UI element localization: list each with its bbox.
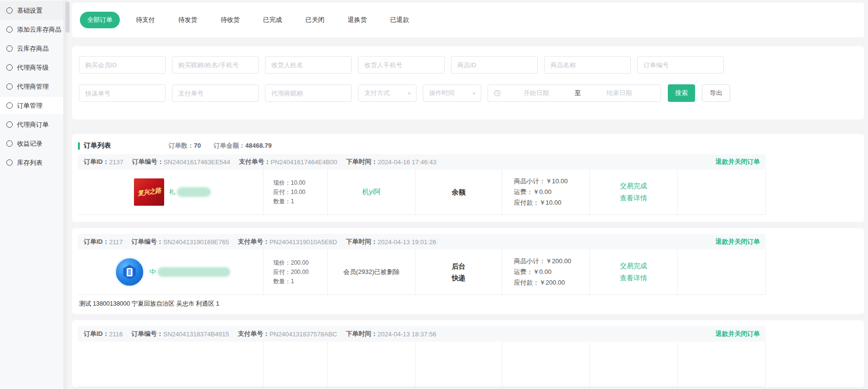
- pay-sn-label: 支付单号：: [238, 237, 269, 246]
- pay-no-input[interactable]: [172, 84, 259, 102]
- sidebar-item-agent-manage[interactable]: 代理商管理: [0, 77, 63, 96]
- sidebar-item-label: 代理商等级: [17, 63, 49, 72]
- sidebar-item-label: 库存列表: [17, 158, 42, 167]
- amount-cell: 商品小计：￥200.00 运费：￥0.00 应付款：￥200.00: [502, 250, 589, 294]
- pay-method: 余额: [452, 186, 466, 198]
- quantity: 数量：1: [273, 197, 327, 206]
- sidebar-item-basic-settings[interactable]: 基础设置: [0, 1, 63, 20]
- refund-close-order-link[interactable]: 退款并关闭订单: [716, 237, 760, 246]
- order-sn-value: SN24041318374B4915: [163, 331, 229, 338]
- amount-cell: 商品小计：￥10.00 运费：￥0.00 应付款：￥10.00: [502, 170, 589, 214]
- refund-close-order-link[interactable]: 退款并关闭订单: [716, 157, 760, 166]
- end-date-placeholder[interactable]: 结束日期: [584, 89, 655, 97]
- order-row: 中 现价：200.00 应付：200.00 数量：1 会员(2932)已被删除 …: [78, 250, 766, 295]
- member-id-input[interactable]: [79, 56, 166, 74]
- op-time-select[interactable]: 操作时间 ∨: [423, 84, 481, 102]
- date-range-separator: 至: [572, 89, 584, 97]
- product-name-input[interactable]: [544, 56, 631, 74]
- sidebar-item-label: 添加云库存商品: [17, 25, 61, 34]
- current-price: 现价：10.00: [273, 178, 327, 188]
- search-button[interactable]: 搜索: [668, 84, 695, 102]
- filter-row-1: [79, 56, 857, 74]
- sidebar-item-agent-level[interactable]: 代理商等级: [0, 58, 63, 77]
- price-cell: 现价：10.00 应付：10.00 数量：1: [263, 170, 327, 214]
- sidebar-item-label: 收益记录: [17, 139, 42, 148]
- tab-pending-receipt[interactable]: 待收货: [221, 16, 240, 24]
- filter-row-2: 支付方式 ∨ 操作时间 ∨ 开始日期 至 结束日期 搜索 导出: [79, 84, 857, 102]
- subtotal: 商品小计：￥200.00: [514, 256, 589, 267]
- pay-method-select[interactable]: 支付方式 ∨: [358, 84, 416, 102]
- radio-circle-icon: [6, 64, 13, 71]
- order-footer: [78, 215, 858, 222]
- payable: 应付款：￥200.00: [514, 277, 589, 288]
- order-time-label: 下单时间：: [346, 157, 377, 166]
- sidebar-item-cloud-products[interactable]: 云库存商品: [0, 39, 63, 58]
- tab-all-orders[interactable]: 全部订单: [80, 12, 120, 28]
- sidebar-item-add-cloud-product[interactable]: 添加云库存商品: [0, 20, 63, 39]
- buyer-cell: [327, 342, 415, 387]
- order-meta-bar: 订单ID： 2116 订单编号： SN24041318374B4915 支付单号…: [78, 326, 766, 342]
- radio-circle-icon: [6, 140, 13, 147]
- order-time-value: 2024-04-16 17:46:43: [377, 158, 436, 166]
- clock-icon: [494, 90, 501, 97]
- start-date-placeholder[interactable]: 开始日期: [501, 89, 572, 97]
- order-id-label: 订单ID：: [84, 237, 109, 246]
- pay-sn-value: PN24041319010A5E6D: [269, 238, 337, 246]
- building-glyph: [121, 264, 138, 280]
- pay-method-cell: 后台 快递: [415, 250, 502, 294]
- sidebar-item-order-manage[interactable]: 订单管理: [0, 96, 63, 115]
- view-detail-link[interactable]: 查看详情: [620, 272, 647, 284]
- product-cell: [78, 342, 263, 387]
- export-button[interactable]: 导出: [702, 84, 730, 102]
- sidebar-scrollbar[interactable]: [63, 0, 72, 389]
- current-price: 现价：200.00: [273, 258, 327, 268]
- sidebar-item-stock-list[interactable]: 库存列表: [0, 153, 63, 172]
- order-id-label: 订单ID：: [84, 330, 109, 338]
- receiver-name-input[interactable]: [265, 56, 352, 74]
- tab-completed[interactable]: 已完成: [263, 16, 282, 24]
- tab-pending-payment[interactable]: 待支付: [136, 16, 155, 24]
- scrollbar-thumb[interactable]: [65, 1, 70, 33]
- product-name: 中: [150, 267, 230, 277]
- product-name: 礼: [169, 187, 211, 197]
- product-id-input[interactable]: [451, 56, 538, 74]
- due-price: 应付：10.00: [273, 188, 327, 197]
- pay-sn-value: PN24041617464E4B00: [271, 158, 338, 166]
- date-range-picker[interactable]: 开始日期 至 结束日期: [488, 84, 661, 102]
- buyer-info-input[interactable]: [172, 56, 259, 74]
- receiver-phone-input[interactable]: [358, 56, 445, 74]
- tab-refunded[interactable]: 已退款: [390, 16, 409, 24]
- agent-nick-input[interactable]: [265, 84, 352, 102]
- sidebar-item-earnings[interactable]: 收益记录: [0, 134, 63, 153]
- order-no-input[interactable]: [637, 56, 724, 74]
- main-content: 全部订单 待支付 待发货 待收货 已完成 已关闭 退换货 已退款: [72, 0, 868, 389]
- order-sn-value: SN24041617463EE544: [164, 158, 230, 166]
- due-price: 应付：200.00: [273, 268, 327, 277]
- product-image-text: 复兴之路: [137, 186, 161, 198]
- action-cell: 交易完成 查看详情: [589, 250, 677, 294]
- view-detail-link[interactable]: 查看详情: [620, 192, 647, 204]
- refund-close-order-link[interactable]: 退款并关闭订单: [716, 330, 760, 338]
- sidebar-item-agent-orders[interactable]: 代理商订单: [0, 115, 63, 134]
- order-time-label: 下单时间：: [346, 330, 377, 338]
- radio-circle-icon: [6, 102, 13, 109]
- search-filter-panel: 支付方式 ∨ 操作时间 ∨ 开始日期 至 结束日期 搜索 导出: [72, 46, 864, 119]
- order-list-title: 订单列表: [84, 141, 111, 150]
- order-status-tabs: 全部订单 待支付 待发货 待收货 已完成 已关闭 退换货 已退款: [72, 2, 864, 38]
- op-time-placeholder: 操作时间: [429, 89, 454, 97]
- radio-circle-icon: [6, 45, 13, 52]
- payable: 应付款：￥10.00: [514, 197, 589, 208]
- tab-pending-shipment[interactable]: 待发货: [178, 16, 197, 24]
- radio-circle-icon: [6, 159, 13, 166]
- pay-sn-label: 支付单号：: [238, 330, 269, 338]
- pay-method-line1: 后台: [452, 260, 466, 272]
- order-row: [78, 342, 766, 387]
- pay-sn-value: PN2404131837578ABC: [269, 331, 337, 338]
- express-no-input[interactable]: [79, 84, 166, 102]
- building-app-icon: [114, 257, 145, 287]
- tab-return-exchange[interactable]: 退换货: [348, 16, 367, 24]
- tab-closed[interactable]: 已关闭: [305, 16, 324, 24]
- product-cell: 中: [78, 250, 263, 294]
- order-time-value: 2024-04-13 19:01:26: [377, 238, 436, 246]
- pay-method-cell: [415, 342, 502, 387]
